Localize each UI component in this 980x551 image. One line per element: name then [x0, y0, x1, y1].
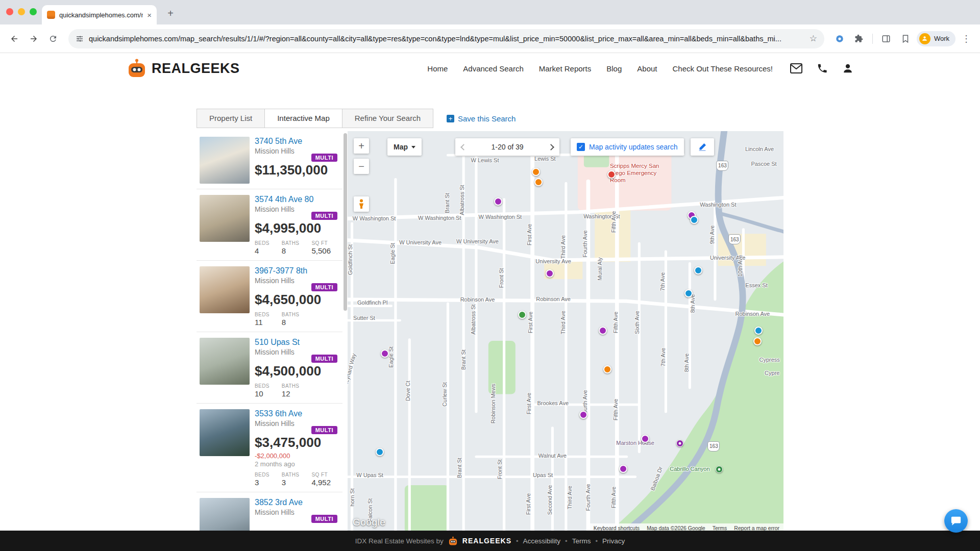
results-tabs: Property ListInteractive MapRefine Your …	[197, 109, 433, 128]
listing-card[interactable]: MULTI3740 5th AveMission Hills$11,350,00…	[197, 131, 342, 189]
results-pager: 1-20 of 39	[455, 138, 559, 156]
url-bar[interactable]: quickandsimplehomes.com/map_search/resul…	[68, 29, 824, 48]
map-marker-purple[interactable]	[641, 435, 649, 443]
map-activity-toggle[interactable]: ✓ Map activity updates search	[571, 138, 684, 156]
new-tab-button[interactable]: +	[164, 8, 177, 19]
attribution-terms[interactable]: Terms	[713, 525, 727, 531]
map-marker-purple[interactable]	[579, 411, 587, 419]
attribution-report-a-map-error[interactable]: Report a map error	[734, 525, 779, 531]
listing-stat-baths: BATHS8	[282, 240, 300, 255]
listing-address[interactable]: 3740 5th Ave	[255, 137, 341, 146]
listing-photo[interactable]	[200, 338, 250, 385]
street-view-pegman-button[interactable]	[354, 196, 369, 212]
zoom-in-button[interactable]: +	[354, 138, 369, 154]
interactive-map[interactable]: W Lewis StLewis StLincoln AvePascoe StW …	[348, 131, 783, 532]
footer-link-accessibility[interactable]: Accessibility	[523, 537, 561, 545]
map-marker-orange[interactable]	[603, 365, 611, 373]
account-icon[interactable]	[842, 63, 853, 74]
chat-widget-button[interactable]	[944, 509, 968, 533]
map-marker-purple[interactable]	[599, 327, 607, 335]
listing-card[interactable]: MULTI510 Upas StMission Hills$4,500,000B…	[197, 332, 342, 404]
attribution-map-data-2026-google: Map data ©2026 Google	[647, 525, 705, 531]
map-type-label: Map	[394, 143, 408, 151]
next-page-icon[interactable]	[548, 144, 554, 151]
window-zoom-button[interactable]	[30, 8, 37, 15]
map-marker-poi-purple[interactable]	[676, 440, 683, 447]
map-marker-poi-green[interactable]	[716, 466, 723, 473]
attribution-keyboard-shortcuts[interactable]: Keyboard shortcuts	[594, 525, 640, 531]
save-search-link[interactable]: + Save this Search	[447, 114, 516, 123]
tab-property-list[interactable]: Property List	[197, 109, 265, 128]
email-icon[interactable]	[790, 63, 802, 73]
map-marker-blue[interactable]	[754, 327, 763, 335]
listing-photo[interactable]	[200, 498, 250, 532]
listing-card[interactable]: MULTI3967-3977 8thMission Hills$4,650,00…	[197, 261, 342, 332]
reload-icon[interactable]	[45, 31, 61, 47]
tab-interactive-map[interactable]: Interactive Map	[264, 109, 342, 128]
phone-icon[interactable]	[817, 63, 828, 74]
footer-link-privacy[interactable]: Privacy	[602, 537, 625, 545]
browser-menu-icon[interactable]: ⋮	[959, 33, 974, 44]
tab-close-icon[interactable]: ×	[147, 11, 152, 19]
map-marker-orange[interactable]	[532, 168, 540, 176]
nav-link-advanced-search[interactable]: Advanced Search	[463, 64, 523, 73]
listing-address[interactable]: 510 Upas St	[255, 338, 341, 347]
map-marker-purple[interactable]	[381, 349, 389, 358]
nav-link-home[interactable]: Home	[427, 64, 448, 73]
list-scrollbar[interactable]	[344, 133, 347, 311]
forward-icon[interactable]	[26, 31, 42, 47]
listing-photo[interactable]	[200, 137, 250, 184]
listing-stats: BEDS4BATHS8SQ FT5,506	[255, 240, 341, 255]
nav-link-blog[interactable]: Blog	[606, 64, 622, 73]
back-icon[interactable]	[6, 31, 22, 47]
map-marker-orange[interactable]	[534, 178, 543, 186]
map-marker-purple[interactable]	[494, 197, 502, 206]
listing-photo[interactable]	[200, 409, 250, 456]
browser-profile-chip[interactable]: Work	[917, 31, 955, 46]
prev-page-icon[interactable]	[460, 144, 467, 151]
bookmark-star-icon[interactable]: ☆	[810, 33, 817, 44]
map-marker-blue[interactable]	[684, 289, 693, 297]
nav-link-market-reports[interactable]: Market Reports	[539, 64, 592, 73]
site-settings-icon[interactable]	[76, 35, 84, 43]
listing-photo[interactable]	[200, 266, 250, 313]
listing-address[interactable]: 3967-3977 8th	[255, 266, 341, 276]
map-marker-blue[interactable]	[690, 216, 698, 224]
listing-address[interactable]: 3852 3rd Ave	[255, 498, 341, 507]
side-panel-icon[interactable]	[878, 31, 894, 47]
map-marker-hospital[interactable]	[607, 170, 616, 179]
window-minimize-button[interactable]	[18, 8, 25, 15]
listing-address[interactable]: 3574 4th Ave 80	[255, 195, 341, 204]
nav-link-check-out-these-resources[interactable]: Check Out These Resources!	[673, 64, 773, 73]
pegman-icon	[357, 199, 365, 209]
extensions-icon[interactable]	[851, 31, 867, 47]
map-type-button[interactable]: Map	[387, 138, 422, 156]
window-controls[interactable]	[6, 8, 37, 15]
map-marker-blue[interactable]	[694, 266, 702, 274]
listing-card[interactable]: MULTI3852 3rd AveMission Hills	[197, 492, 342, 532]
window-close-button[interactable]	[6, 8, 13, 15]
url-text[interactable]: quickandsimplehomes.com/map_search/resul…	[89, 35, 804, 43]
map-marker-green[interactable]	[518, 311, 526, 319]
tab-refine-your-search[interactable]: Refine Your Search	[342, 109, 433, 128]
map-marker-orange[interactable]	[753, 337, 762, 345]
map-marker-blue[interactable]	[376, 448, 384, 456]
draw-on-map-button[interactable]	[691, 138, 714, 156]
listing-card[interactable]: MULTI3533 6th AveMission Hills$3,475,000…	[197, 404, 342, 492]
map-marker-purple[interactable]	[546, 269, 554, 278]
zoom-out-button[interactable]: −	[354, 159, 369, 174]
footer-link-terms[interactable]: Terms	[572, 537, 591, 545]
bookmarks-icon[interactable]	[897, 31, 914, 47]
site-logo[interactable]: REALGEEKS	[127, 58, 240, 79]
checkbox-checked-icon[interactable]: ✓	[577, 143, 585, 151]
footer-bullet: •	[516, 537, 519, 545]
listing-card[interactable]: MULTI3574 4th Ave 80Mission Hills$4,995,…	[197, 189, 342, 261]
map-marker-purple[interactable]	[619, 465, 627, 473]
password-manager-icon[interactable]	[831, 31, 848, 47]
listing-photo[interactable]	[200, 195, 250, 242]
site-logo-text: REALGEEKS	[152, 61, 240, 77]
listing-stats: BEDS10BATHS12	[255, 383, 341, 398]
nav-link-about[interactable]: About	[637, 64, 657, 73]
browser-tab[interactable]: quickandsimplehomes.com/m ×	[42, 5, 157, 24]
listing-address[interactable]: 3533 6th Ave	[255, 409, 341, 418]
